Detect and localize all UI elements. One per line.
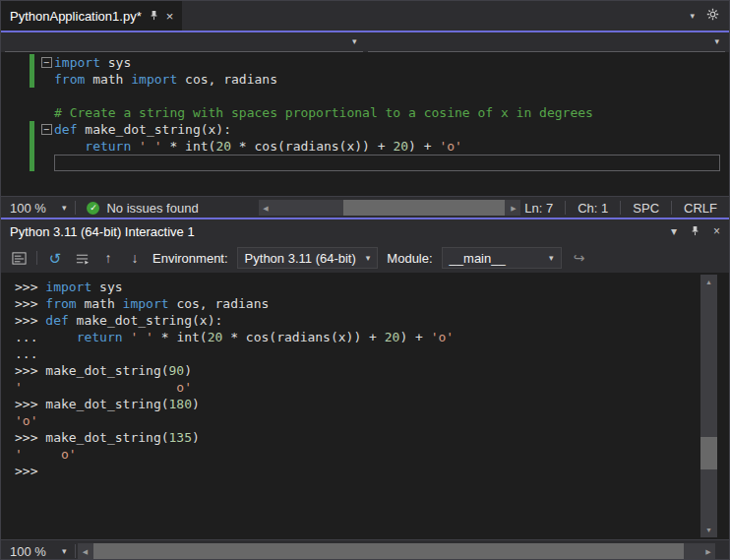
separator (75, 544, 76, 558)
interactive-output[interactable]: >>> import sys>>> from math import cos, … (1, 273, 729, 545)
chevron-down-icon: ▾ (714, 37, 719, 46)
change-indicator (30, 155, 34, 171)
repl-line: ... (15, 345, 696, 362)
code-token: sys (91, 280, 122, 294)
editor-line: # Create a string with spaces proportion… (1, 104, 729, 121)
code-token: math (77, 296, 123, 311)
code-token: ... (15, 346, 37, 361)
editor-horizontal-scrollbar[interactable]: ◀ ▶ (259, 200, 520, 216)
code-token: * int( (162, 139, 216, 154)
repl-lines: >>> import sys>>> from math import cos, … (15, 279, 696, 479)
interactive-horizontal-scrollbar[interactable]: ◀ ▶ (78, 543, 715, 559)
editor-line (1, 155, 729, 171)
reset-icon[interactable]: ↺ (46, 249, 64, 267)
change-indicator (30, 71, 34, 88)
scrollbar-thumb[interactable] (93, 543, 684, 559)
environment-dropdown[interactable]: Python 3.11 (64-bit) ▾ (237, 247, 379, 269)
code-text: return ' ' * int(20 * cos(radians(x)) + … (54, 138, 729, 155)
code-token: ) (192, 430, 200, 445)
chevron-down-icon: ▾ (62, 547, 67, 556)
code-text (54, 88, 729, 104)
zoom-control[interactable]: 100 % ▾ (1, 197, 75, 218)
scroll-right-icon[interactable]: ▶ (701, 548, 715, 555)
code-token: ... (15, 330, 45, 344)
send-to-interactive-icon[interactable]: ↪ (571, 249, 588, 267)
interactive-options-icon[interactable] (10, 249, 28, 267)
editor-line: −import sys (1, 54, 729, 71)
members-dropdown[interactable]: ▾ (368, 32, 726, 52)
scrollbar-track[interactable] (700, 289, 717, 523)
interactive-vertical-scrollbar[interactable]: ▲ ▼ (700, 275, 717, 537)
fold-collapse-icon[interactable]: − (41, 124, 52, 135)
scrollbar-thumb[interactable] (343, 200, 505, 216)
repl-line: >>> make_dot_string(90) (15, 362, 696, 379)
interactive-title-bar[interactable]: Python 3.11 (64-bit) Interactive 1 ▾ × (1, 219, 729, 243)
scrollbar-track[interactable] (91, 543, 701, 559)
zoom-value: 100 % (10, 544, 46, 559)
fold-margin (38, 104, 54, 121)
code-token: make_dot_string( (45, 397, 168, 411)
gear-icon[interactable] (706, 8, 719, 24)
code-text: def make_dot_string(x): (54, 121, 729, 138)
repl-line: ... return ' ' * int(20 * cos(radians(x)… (15, 329, 696, 345)
code-token: 90 (169, 363, 185, 378)
code-token: * cos(radians(x)) + (222, 330, 384, 344)
pin-icon[interactable] (690, 224, 700, 239)
code-token: 180 (169, 397, 192, 411)
window-position-chevron-icon[interactable]: ▾ (671, 225, 677, 237)
code-token: math (85, 72, 131, 87)
types-dropdown[interactable]: ▾ (5, 32, 363, 52)
code-token: ) + (399, 330, 430, 344)
code-token: cos, radians (177, 72, 277, 87)
chevron-down-icon: ▾ (366, 254, 371, 263)
repl-line: >>> def make_dot_string(x): (15, 312, 696, 329)
code-token: >>> (15, 313, 45, 328)
editor-status-bar: 100 % ▾ ✓ No issues found ◀ ▶ Ln: 7 Ch: … (1, 196, 729, 218)
close-icon[interactable]: × (166, 10, 174, 23)
repl-line: >>> from math import cos, radians (15, 295, 696, 312)
scroll-left-icon[interactable]: ◀ (259, 205, 273, 212)
fold-margin: − (38, 121, 54, 138)
code-token: import (45, 280, 91, 294)
issues-indicator[interactable]: ✓ No issues found (76, 201, 209, 216)
module-label: Module: (387, 251, 432, 266)
scrollbar-thumb[interactable] (700, 437, 717, 469)
scrollbar-track[interactable] (273, 200, 507, 216)
code-token: return (85, 139, 131, 154)
interactive-toolbar: ↺ ↑ ↓ Environment: Python 3.11 (64-bit) … (1, 243, 729, 274)
code-text: import sys (54, 54, 729, 71)
history-previous-icon[interactable]: ↑ (99, 249, 117, 267)
line-margin (1, 88, 38, 104)
document-tab[interactable]: PythonApplication1.py* × (1, 1, 182, 31)
module-value: __main__ (450, 251, 506, 266)
fold-margin: − (38, 54, 54, 71)
code-token: from (54, 72, 85, 87)
code-token: 20 (393, 139, 408, 154)
scroll-right-icon[interactable]: ▶ (507, 205, 520, 212)
zoom-control[interactable]: 100 % ▾ (1, 540, 75, 560)
pin-icon[interactable] (149, 9, 159, 24)
close-icon[interactable]: × (713, 225, 720, 237)
fold-collapse-icon[interactable]: − (41, 57, 52, 68)
code-editor[interactable]: −import sysfrom math import cos, radians… (1, 52, 729, 198)
chevron-down-icon: ▾ (549, 254, 554, 263)
scroll-up-icon[interactable]: ▲ (700, 275, 717, 289)
interactive-status-bar: 100 % ▾ ◀ ▶ (1, 539, 729, 560)
clear-screen-icon[interactable] (73, 249, 91, 267)
active-files-chevron-icon[interactable]: ▾ (690, 12, 695, 21)
no-issues-icon: ✓ (87, 202, 99, 215)
check-icon: ✓ (90, 204, 97, 213)
code-token: * int( (153, 330, 208, 344)
interactive-window-controls: ▾ × (671, 224, 720, 239)
line-margin (1, 138, 38, 155)
code-token: import (54, 55, 100, 70)
code-token: >>> (15, 397, 45, 411)
code-token: ) (184, 363, 192, 378)
module-dropdown[interactable]: __main__ ▾ (442, 247, 562, 269)
zoom-value: 100 % (10, 201, 46, 216)
scroll-down-icon[interactable]: ▼ (700, 523, 717, 537)
caret-status-group: Ln: 7 Ch: 1 SPC CRLF (512, 197, 729, 218)
code-token: cos, radians (169, 296, 270, 311)
scroll-left-icon[interactable]: ◀ (78, 548, 91, 555)
history-next-icon[interactable]: ↓ (126, 249, 144, 267)
